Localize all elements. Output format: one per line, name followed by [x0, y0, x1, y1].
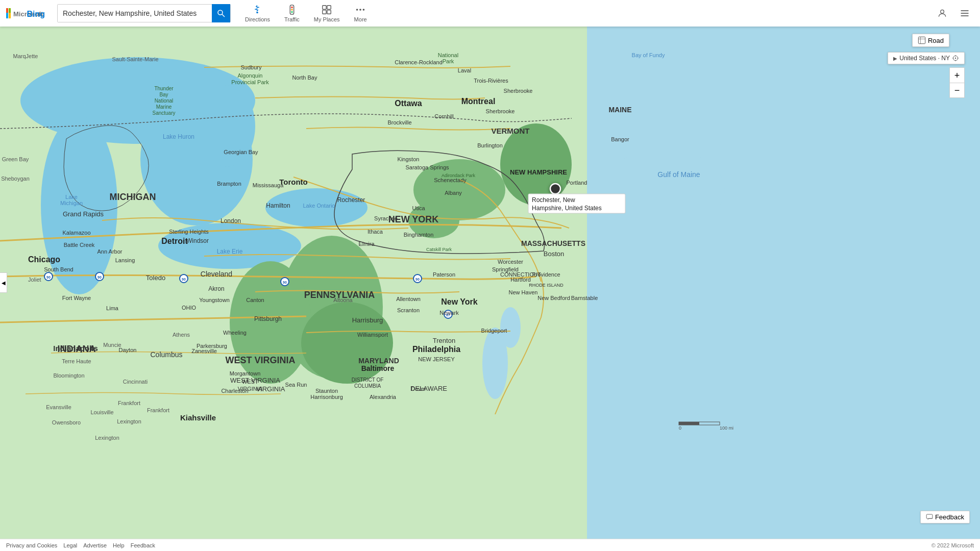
- svg-text:Toledo: Toledo: [146, 274, 165, 282]
- account-button[interactable]: [933, 4, 951, 22]
- advertise-link[interactable]: Advertise: [83, 542, 107, 548]
- traffic-icon: [286, 4, 298, 15]
- svg-point-20: [941, 10, 944, 13]
- svg-text:Battle Creek: Battle Creek: [64, 242, 95, 248]
- svg-text:New Haven: New Haven: [509, 289, 538, 295]
- map-svg: 90 90 90 90 90 87 Sudbury North Bay Roch…: [0, 27, 980, 539]
- svg-point-6: [218, 10, 223, 15]
- svg-text:Portland: Portland: [567, 180, 587, 186]
- svg-text:Brockville: Brockville: [387, 119, 411, 126]
- svg-text:Trois-Rivières: Trois-Rivières: [474, 78, 508, 84]
- map-type-button[interactable]: Road: [912, 34, 949, 47]
- help-link[interactable]: Help: [113, 542, 125, 548]
- feedback-footer-link[interactable]: Feedback: [131, 542, 155, 548]
- svg-text:Georgian Bay: Georgian Bay: [224, 149, 258, 155]
- svg-text:OHIO: OHIO: [182, 305, 197, 311]
- svg-text:Kalamazoo: Kalamazoo: [62, 230, 90, 236]
- svg-text:Parkersburg: Parkersburg: [197, 343, 227, 349]
- svg-rect-15: [323, 10, 326, 14]
- nav-item-more[interactable]: More: [348, 2, 373, 24]
- svg-line-7: [222, 14, 225, 17]
- svg-text:Altoona: Altoona: [333, 297, 353, 303]
- region-selector[interactable]: ▶ United States · NY: [888, 52, 965, 64]
- svg-text:Provincial Park: Provincial Park: [231, 79, 269, 85]
- svg-rect-13: [323, 6, 326, 9]
- svg-text:Sherbrooke: Sherbrooke: [504, 88, 533, 94]
- svg-text:VERMONT: VERMONT: [492, 127, 530, 135]
- svg-text:Catskill Park: Catskill Park: [426, 247, 452, 252]
- nav-items: Directions Traffic My Places: [239, 2, 373, 24]
- feedback-button[interactable]: Feedback: [920, 511, 970, 523]
- svg-text:New Bedford: New Bedford: [537, 295, 570, 301]
- privacy-link[interactable]: Privacy and Cookies: [6, 542, 57, 548]
- svg-text:0: 0: [679, 425, 681, 431]
- svg-point-12: [291, 11, 293, 13]
- svg-text:DISTRICT OF: DISTRICT OF: [352, 377, 384, 383]
- bing-logo[interactable]: Microsoft Bing: [6, 6, 52, 20]
- svg-text:New York: New York: [441, 297, 478, 306]
- search-input[interactable]: [58, 5, 212, 22]
- svg-text:Kingston: Kingston: [398, 156, 420, 162]
- svg-text:Detroit: Detroit: [161, 237, 188, 245]
- map-type-icon: [918, 36, 926, 44]
- nav-item-myplaces[interactable]: My Places: [308, 2, 346, 24]
- svg-text:Windsor: Windsor: [186, 237, 209, 244]
- svg-text:Clarence-Rockland: Clarence-Rockland: [395, 59, 443, 65]
- svg-text:NEW JERSEY: NEW JERSEY: [418, 356, 455, 362]
- svg-point-8: [257, 12, 259, 14]
- svg-text:Marine: Marine: [156, 104, 172, 110]
- svg-text:Williamsport: Williamsport: [357, 332, 388, 338]
- svg-text:Staunton: Staunton: [315, 388, 338, 394]
- svg-text:Ottawa: Ottawa: [395, 99, 422, 108]
- account-icon: [937, 8, 947, 18]
- svg-text:Laval: Laval: [458, 67, 471, 73]
- svg-text:MARYLAND: MARYLAND: [358, 357, 399, 365]
- svg-text:Philadelphia: Philadelphia: [412, 345, 460, 354]
- menu-button[interactable]: [955, 4, 974, 22]
- svg-text:MAINE: MAINE: [608, 106, 631, 114]
- svg-point-10: [291, 7, 293, 9]
- search-icon: [217, 9, 225, 17]
- svg-text:Brampton: Brampton: [217, 181, 241, 187]
- svg-text:Algonquin: Algonquin: [238, 72, 263, 79]
- svg-text:Akron: Akron: [208, 285, 224, 292]
- svg-text:Albany: Albany: [445, 190, 462, 196]
- svg-text:Lexington: Lexington: [95, 435, 119, 441]
- svg-text:90: 90: [46, 276, 51, 279]
- svg-rect-206: [926, 514, 933, 518]
- svg-text:Dayton: Dayton: [119, 347, 137, 353]
- svg-text:Frankfort: Frankfort: [118, 400, 140, 406]
- header: Microsoft Bing Directions: [0, 0, 980, 27]
- svg-text:Sudbury: Sudbury: [241, 64, 262, 70]
- svg-text:Baltimore: Baltimore: [361, 364, 395, 372]
- directions-icon: [252, 4, 263, 15]
- svg-text:Bangor: Bangor: [611, 136, 629, 142]
- svg-text:COLUMBIA: COLUMBIA: [354, 383, 381, 389]
- search-button[interactable]: [212, 4, 230, 22]
- svg-point-191: [550, 184, 560, 194]
- svg-point-39: [230, 261, 311, 384]
- legal-link[interactable]: Legal: [63, 542, 77, 548]
- map-container[interactable]: 90 90 90 90 90 87 Sudbury North Bay Roch…: [0, 27, 980, 539]
- bottom-bar: Privacy and Cookies Legal Advertise Help…: [0, 539, 980, 551]
- nav-item-directions[interactable]: Directions: [239, 2, 276, 24]
- svg-text:Bridgeport: Bridgeport: [481, 328, 507, 334]
- svg-text:Lima: Lima: [106, 305, 119, 311]
- feedback-icon: [926, 514, 933, 521]
- svg-text:Thunder: Thunder: [154, 86, 174, 91]
- collapse-sidebar-button[interactable]: ◀: [0, 272, 7, 293]
- svg-text:Paterson: Paterson: [433, 271, 455, 278]
- svg-rect-2: [6, 13, 8, 18]
- zoom-in-button[interactable]: +: [949, 67, 965, 83]
- svg-text:Lansing: Lansing: [115, 257, 135, 263]
- svg-text:Grand Rapids: Grand Rapids: [63, 210, 104, 218]
- svg-text:Bay: Bay: [159, 92, 168, 97]
- svg-text:Kiahsville: Kiahsville: [180, 413, 216, 422]
- svg-text:Burlington: Burlington: [477, 142, 503, 148]
- zoom-out-button[interactable]: −: [949, 83, 965, 98]
- svg-text:Sterling Heights: Sterling Heights: [169, 229, 209, 235]
- nav-item-traffic[interactable]: Traffic: [278, 2, 306, 24]
- svg-text:National: National: [438, 52, 458, 58]
- svg-point-18: [359, 9, 361, 11]
- svg-text:Lake: Lake: [65, 194, 78, 200]
